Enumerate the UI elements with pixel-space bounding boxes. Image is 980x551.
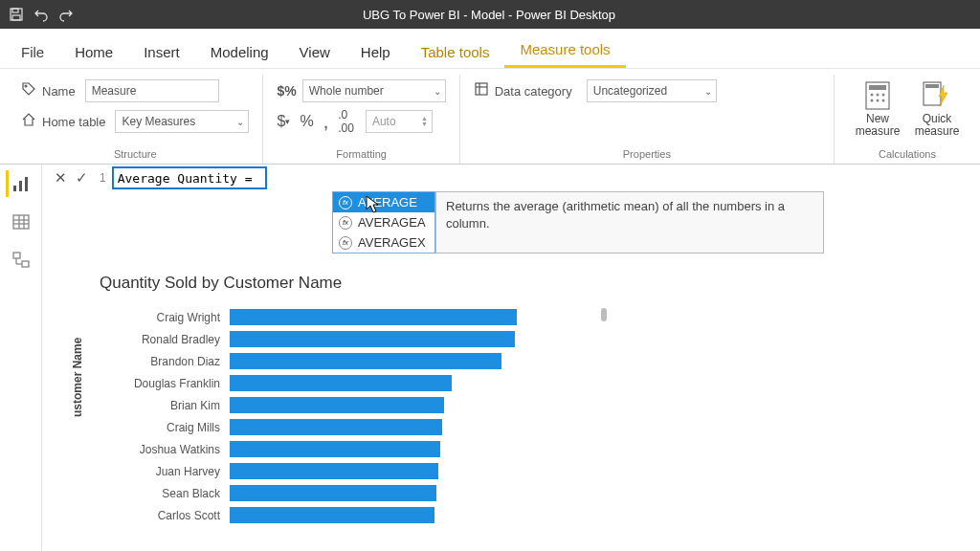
redo-icon[interactable]: [57, 6, 75, 23]
svg-rect-25: [13, 253, 20, 258]
bar-value: [230, 375, 452, 391]
ribbon-tabs: File Home Insert Modeling View Help Tabl…: [0, 29, 980, 69]
bar-value: [230, 441, 440, 457]
bar-category-label: Brian Kim: [100, 399, 230, 412]
svg-rect-19: [25, 177, 28, 191]
tab-file[interactable]: File: [6, 34, 59, 68]
canvas: ✕ ✓ 1 fxAVERAGE fxAVERAGEA fxAVERAGEX Re…: [42, 165, 980, 551]
group-caption-calculations: Calculations: [848, 148, 967, 162]
tab-modeling[interactable]: Modeling: [195, 34, 284, 68]
report-view-icon[interactable]: [6, 170, 33, 197]
bar-row[interactable]: Brian Kim: [100, 396, 517, 414]
chart-scrollbar[interactable]: [601, 308, 607, 321]
tab-table-tools[interactable]: Table tools: [406, 34, 505, 68]
svg-point-13: [877, 99, 880, 102]
svg-rect-8: [869, 85, 886, 90]
group-calculations: New measure Quick measure Calculations: [835, 75, 980, 164]
group-caption-structure: Structure: [21, 148, 249, 162]
line-number: 1: [100, 171, 106, 185]
bar-value: [230, 309, 517, 325]
formula-input[interactable]: [118, 171, 261, 186]
tab-insert[interactable]: Insert: [128, 34, 195, 68]
autocomplete-popup: fxAVERAGE fxAVERAGEA fxAVERAGEX Returns …: [332, 191, 824, 253]
svg-rect-2: [12, 15, 20, 20]
decimal-places-input[interactable]: Auto ▲▼: [366, 110, 433, 133]
bar-row[interactable]: Carlos Scott: [100, 506, 517, 524]
tag-icon: [21, 81, 36, 100]
data-category-select[interactable]: Uncategorized⌄: [587, 79, 717, 102]
svg-rect-17: [13, 186, 16, 191]
save-icon[interactable]: [8, 6, 25, 23]
group-caption-properties: Properties: [474, 148, 820, 162]
cancel-formula-icon[interactable]: ✕: [50, 167, 71, 188]
chevron-down-icon: ⌄: [434, 86, 441, 97]
currency-icon[interactable]: $ ▾: [277, 113, 290, 130]
chart-title: Quantity Sold by Customer Name: [100, 274, 517, 293]
bar-row[interactable]: Craig Wright: [100, 308, 517, 326]
function-icon: fx: [339, 216, 352, 230]
bar-value: [230, 331, 515, 347]
bar-row[interactable]: Joshua Watkins: [100, 440, 517, 458]
bar-row[interactable]: Juan Harvey: [100, 462, 517, 480]
window-title: UBG To Power BI - Model - Power BI Deskt…: [82, 8, 972, 22]
view-rail: [0, 165, 42, 551]
bar-value: [230, 507, 434, 523]
percent-icon[interactable]: %: [300, 113, 313, 130]
tab-view[interactable]: View: [284, 34, 345, 68]
decimal-icon[interactable]: .0.00: [338, 108, 354, 135]
undo-icon[interactable]: [33, 6, 50, 23]
chart-bars: Craig WrightRonald BradleyBrandon DiazDo…: [100, 308, 517, 524]
spinner-icon[interactable]: ▲▼: [421, 116, 428, 127]
comma-icon[interactable]: ,: [323, 117, 329, 126]
home-table-select[interactable]: Key Measures⌄: [115, 110, 249, 133]
bar-row[interactable]: Ronald Bradley: [100, 330, 517, 348]
bar-value: [230, 397, 444, 413]
name-input[interactable]: Measure: [85, 79, 219, 102]
bar-row[interactable]: Sean Black: [100, 484, 517, 502]
bar-row[interactable]: Craig Mills: [100, 418, 517, 436]
tab-help[interactable]: Help: [345, 34, 406, 68]
calculator-icon: [862, 80, 893, 111]
bar-row[interactable]: Douglas Franklin: [100, 374, 517, 392]
group-structure: Name Measure Home table Key Measures⌄ St…: [8, 75, 263, 164]
bar-category-label: Douglas Franklin: [100, 377, 230, 390]
autocomplete-item[interactable]: fxAVERAGEA: [333, 212, 434, 232]
group-properties: Data category Uncategorized⌄ Properties: [460, 75, 835, 164]
svg-point-9: [871, 94, 874, 97]
chevron-down-icon: ⌄: [704, 86, 712, 97]
chevron-down-icon: ⌄: [236, 117, 244, 127]
bar-category-label: Craig Mills: [100, 421, 230, 434]
bar-category-label: Ronald Bradley: [100, 333, 230, 346]
bar-category-label: Joshua Watkins: [100, 443, 230, 456]
quick-measure-button[interactable]: Quick measure: [907, 78, 967, 144]
svg-rect-20: [13, 215, 29, 229]
data-view-icon[interactable]: [8, 209, 34, 235]
tab-home[interactable]: Home: [59, 34, 128, 68]
home-icon: [21, 112, 36, 131]
svg-point-3: [25, 85, 27, 87]
format-icon: $%: [277, 83, 296, 99]
svg-point-11: [882, 94, 885, 97]
format-select[interactable]: Whole number⌄: [302, 79, 446, 102]
svg-rect-4: [476, 83, 487, 95]
autocomplete-description: Returns the average (arithmetic mean) of…: [435, 191, 824, 253]
svg-rect-26: [22, 261, 29, 267]
autocomplete-item[interactable]: fxAVERAGEX: [333, 232, 434, 253]
svg-rect-1: [12, 9, 18, 12]
name-label: Name: [42, 84, 76, 99]
autocomplete-item[interactable]: fxAVERAGE: [333, 192, 434, 212]
model-view-icon[interactable]: [8, 247, 34, 274]
svg-rect-18: [19, 181, 22, 191]
y-axis-title: ustomer Name: [71, 338, 84, 417]
autocomplete-list: fxAVERAGE fxAVERAGEA fxAVERAGEX: [332, 191, 435, 253]
group-caption-formatting: Formatting: [277, 148, 445, 162]
formula-input-wrap[interactable]: [112, 166, 267, 189]
bar-chart[interactable]: Quantity Sold by Customer Name ustomer N…: [100, 274, 517, 524]
category-icon: [474, 81, 489, 100]
tab-measure-tools[interactable]: Measure tools: [504, 32, 625, 68]
bar-value: [230, 419, 442, 435]
new-measure-button[interactable]: New measure: [848, 78, 907, 144]
bar-value: [230, 353, 501, 369]
bar-row[interactable]: Brandon Diaz: [100, 352, 517, 370]
commit-formula-icon[interactable]: ✓: [71, 167, 92, 188]
